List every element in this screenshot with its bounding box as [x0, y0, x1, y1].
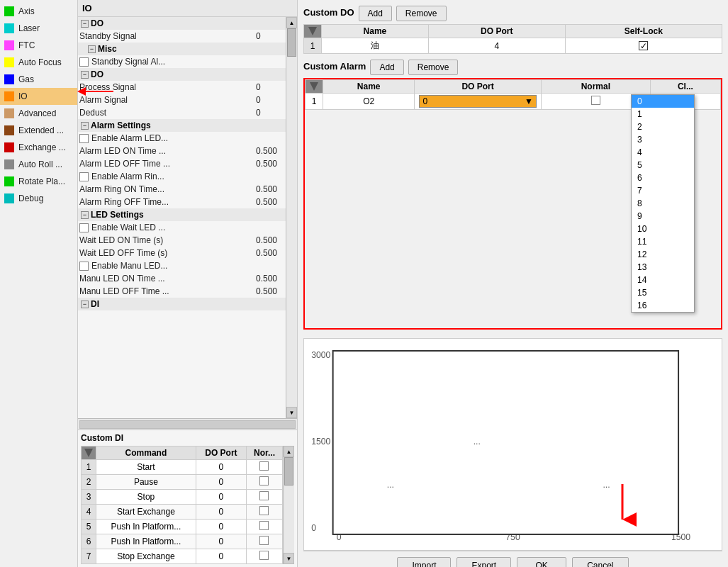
dropdown-option-11[interactable]: 11 [632, 235, 694, 248]
enable-alarm-led-checkbox[interactable] [79, 134, 89, 143]
dropdown-option-0[interactable]: 0 [632, 95, 694, 108]
dropdown-option-7[interactable]: 7 [632, 184, 694, 197]
di-nor-checkbox-1[interactable] [259, 461, 269, 471]
di-scroll-thumb[interactable] [284, 457, 293, 485]
main-container: Axis Laser FTC Auto Focus Gas IO [0, 0, 728, 567]
dropdown-option-6[interactable]: 6 [632, 172, 694, 184]
collapse-misc[interactable]: − [88, 45, 96, 53]
tree-section-do2[interactable]: − DO [78, 68, 286, 81]
collapse-do2[interactable]: − [81, 71, 89, 79]
ok-btn[interactable]: OK [517, 557, 566, 567]
collapse-di[interactable]: − [81, 301, 89, 308]
dropdown-option-16[interactable]: 16 [632, 299, 694, 312]
port-dropdown-menu[interactable]: 0 1 2 3 4 5 6 7 8 9 10 11 12 13 14 15 16 [631, 94, 695, 313]
custom-do-remove-btn[interactable]: Remove [396, 6, 447, 21]
custom-do-add-btn[interactable]: Add [359, 6, 392, 21]
tree-section-led-settings[interactable]: − LED Settings [78, 208, 286, 221]
di-vertical-scrollbar[interactable]: ▲ ▼ [283, 446, 294, 564]
io-color [4, 91, 14, 101]
tree-item-alarm-ring-on: Alarm Ring ON Time... 0.500 [78, 183, 286, 196]
alarm-normal-checkbox-1[interactable] [591, 96, 600, 105]
di-row-num-2: 2 [82, 475, 96, 490]
dropdown-option-4[interactable]: 4 [632, 146, 694, 159]
sidebar-item-exchange[interactable]: Exchange ... [0, 139, 77, 156]
dropdown-option-10[interactable]: 10 [632, 223, 694, 235]
graph-dots-right: ... [603, 480, 610, 490]
tree-item-alarm-led-on: Alarm LED ON Time ... 0.500 [78, 145, 286, 157]
collapse-alarm-settings[interactable]: − [81, 122, 89, 130]
alarm-ring-off-label: Alarm Ring OFF Time... [79, 197, 256, 207]
sidebar-item-laser[interactable]: Laser [0, 20, 77, 37]
enable-alarm-ring-checkbox[interactable] [79, 172, 89, 181]
dropdown-option-13[interactable]: 13 [632, 261, 694, 274]
collapse-do1[interactable]: − [81, 20, 89, 28]
enable-manu-led-checkbox[interactable] [79, 262, 89, 271]
di-scroll-up[interactable]: ▲ [284, 446, 294, 457]
sidebar-item-ftc[interactable]: FTC [0, 37, 77, 54]
di-scroll-down[interactable]: ▼ [284, 553, 294, 564]
sidebar-item-autoroll[interactable]: Auto Roll ... [0, 156, 77, 173]
scroll-thumb[interactable] [287, 28, 296, 57]
alarm-led-on-value: 0.500 [256, 146, 284, 156]
cancel-btn[interactable]: Cancel [572, 557, 628, 567]
do-col-name: Name [322, 25, 429, 38]
di-nor-checkbox-4[interactable] [259, 506, 269, 515]
di-nor-checkbox-5[interactable] [259, 521, 269, 530]
sidebar-item-debug[interactable]: Debug [0, 190, 77, 207]
di-nor-checkbox-7[interactable] [259, 551, 269, 560]
sidebar-item-label-laser: Laser [18, 23, 40, 33]
dropdown-option-1[interactable]: 1 [632, 108, 694, 120]
sidebar-item-rotateplatform[interactable]: Rotate Pla... [0, 173, 77, 190]
dropdown-option-15[interactable]: 15 [632, 286, 694, 299]
h-scroll-thumb[interactable] [79, 420, 296, 429]
dropdown-option-9[interactable]: 9 [632, 210, 694, 223]
scroll-up-btn[interactable]: ▲ [286, 17, 297, 28]
di-cmd-2: Pause [96, 475, 196, 490]
scroll-down-btn[interactable]: ▼ [286, 407, 297, 418]
enable-wait-led-checkbox[interactable] [79, 223, 89, 232]
alarm-port-value-1: 0 [422, 96, 427, 106]
tree-section-di[interactable]: − DI [78, 298, 286, 310]
alarm-col-name: Name [323, 80, 415, 94]
scroll-track[interactable] [286, 28, 297, 407]
di-cmd-1: Start [96, 460, 196, 475]
dropdown-option-8[interactable]: 8 [632, 197, 694, 210]
horizontal-scrollbar[interactable] [78, 418, 297, 430]
export-btn[interactable]: Export [457, 557, 511, 567]
vertical-scrollbar[interactable]: ▲ ▼ [286, 17, 297, 418]
di-nor-checkbox-2[interactable] [259, 476, 269, 485]
sidebar-item-autofocus[interactable]: Auto Focus [0, 54, 77, 71]
sidebar-item-gas[interactable]: Gas [0, 71, 77, 88]
tree-item-enable-alarm-led: Enable Alarm LED... [78, 132, 286, 145]
tree-section-do1[interactable]: − DO [78, 17, 286, 30]
sidebar-item-extended[interactable]: Extended ... [0, 122, 77, 139]
rotateplatform-color [4, 176, 14, 186]
custom-alarm-remove-btn[interactable]: Remove [408, 60, 459, 75]
dropdown-option-5[interactable]: 5 [632, 159, 694, 172]
import-btn[interactable]: Import [397, 557, 451, 567]
standby-al-checkbox[interactable] [79, 57, 89, 67]
custom-di-title: Custom DI [81, 433, 294, 443]
alarm-col-tri [306, 80, 323, 94]
dropdown-option-14[interactable]: 14 [632, 274, 694, 286]
dropdown-option-2[interactable]: 2 [632, 120, 694, 133]
tree-item-standby-al: Standby Signal Al... [78, 55, 286, 68]
di-nor-2 [246, 475, 282, 490]
tree-section-alarm-settings[interactable]: − Alarm Settings [78, 119, 286, 132]
dropdown-option-3[interactable]: 3 [632, 133, 694, 146]
exchange-color [4, 142, 14, 152]
custom-alarm-add-btn[interactable]: Add [370, 60, 403, 75]
sidebar-item-axis[interactable]: Axis [0, 3, 77, 20]
do-port-1: 4 [428, 38, 565, 54]
collapse-led-settings[interactable]: − [81, 211, 89, 219]
tree-section-misc[interactable]: − Misc [78, 43, 286, 55]
di-nor-checkbox-6[interactable] [259, 536, 269, 545]
advanced-color [4, 108, 14, 118]
sidebar-item-advanced[interactable]: Advanced [0, 105, 77, 122]
di-nor-checkbox-3[interactable] [259, 491, 269, 500]
sidebar-item-io[interactable]: IO [0, 88, 77, 105]
di-scroll-track[interactable] [284, 457, 294, 553]
selflock-checkbox-1[interactable]: ✓ [639, 41, 648, 50]
dropdown-option-12[interactable]: 12 [632, 248, 694, 261]
alarm-port-dropdown-1[interactable]: 0 ▼ [419, 95, 536, 108]
